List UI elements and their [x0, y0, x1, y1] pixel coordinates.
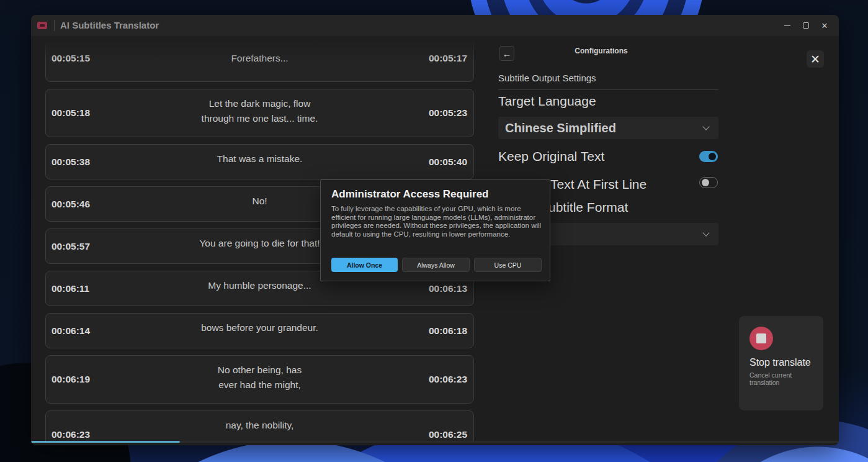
- config-panel-title: Configurations: [498, 47, 704, 55]
- subtitle-text: That was a mistake.: [103, 145, 416, 166]
- subtitle-text: Let the dark magic, flow through me one …: [103, 89, 416, 126]
- chevron-down-icon: [702, 123, 709, 130]
- subtitle-start-time: 00:05:18: [46, 107, 103, 119]
- subtitle-row[interactable]: 00:06:19No other being, has ever had the…: [45, 355, 474, 404]
- subtitle-row[interactable]: 00:05:18Let the dark magic, flow through…: [45, 89, 474, 137]
- minimize-button[interactable]: [778, 17, 797, 34]
- subtitle-end-time: 00:06:13: [416, 283, 473, 294]
- close-window-button[interactable]: ✕: [815, 17, 834, 34]
- subtitle-start-time: 00:06:11: [46, 283, 103, 294]
- dialog-body-text: To fully leverage the capabilities of yo…: [331, 205, 542, 238]
- subtitle-end-time: 00:05:17: [416, 53, 473, 64]
- subtitle-format-label: ubtitle Format: [548, 200, 628, 215]
- subtitle-text: bows before your grandeur.: [103, 314, 416, 335]
- app-title: AI Subtitles Translator: [60, 15, 159, 36]
- subtitle-text: No other being, has ever had the might,: [103, 356, 416, 392]
- dialog-button-row: Allow Once Always Allow Use CPU: [331, 258, 542, 272]
- panel-close-button[interactable]: ✕: [807, 50, 824, 68]
- subtitle-start-time: 00:05:38: [46, 156, 103, 168]
- subtitle-start-time: 00:06:19: [46, 374, 103, 385]
- stop-translate-card[interactable]: Stop translate Cancel current translatio…: [739, 316, 823, 410]
- subtitle-start-time: 00:05:57: [46, 241, 103, 252]
- subtitle-row[interactable]: 00:06:23nay, the nobility,00:06:25: [45, 410, 474, 441]
- always-allow-button[interactable]: Always Allow: [402, 258, 470, 272]
- subtitle-end-time: 00:05:40: [416, 156, 473, 168]
- maximize-button[interactable]: [797, 17, 815, 34]
- dialog-title: Administrator Access Required: [331, 188, 489, 201]
- target-language-select[interactable]: Chinese Simplified: [498, 117, 718, 139]
- target-language-label: Target Language: [498, 94, 596, 109]
- subtitle-text: Forefathers...: [103, 36, 416, 66]
- subtitle-row[interactable]: 00:06:14bows before your grandeur.00:06:…: [45, 313, 474, 348]
- subtitle-start-time: 00:06:23: [46, 429, 103, 440]
- minimize-icon: [784, 25, 790, 26]
- first-line-toggle[interactable]: [699, 177, 718, 188]
- app-logo-icon: [37, 22, 47, 29]
- subtitle-row[interactable]: 00:05:15Forefathers...00:05:17: [45, 36, 474, 82]
- close-icon: ✕: [810, 52, 820, 66]
- subtitle-start-time: 00:05:46: [46, 199, 103, 210]
- toggle-knob: [702, 179, 709, 186]
- section-label: Subtitle Output Settings: [498, 73, 596, 83]
- translation-progress-fill: [31, 441, 180, 443]
- titlebar-divider: [54, 20, 55, 31]
- subtitle-text: nay, the nobility,: [103, 411, 416, 433]
- keep-original-toggle[interactable]: [699, 151, 718, 162]
- subtitle-end-time: 00:06:25: [416, 429, 473, 440]
- toggle-knob: [709, 153, 716, 160]
- subtitle-start-time: 00:05:15: [46, 53, 103, 64]
- subtitle-row[interactable]: 00:05:38That was a mistake.00:05:40: [45, 144, 474, 179]
- subtitle-end-time: 00:05:23: [416, 107, 473, 119]
- chevron-down-icon: [702, 229, 709, 236]
- first-line-label: Text At First Line: [550, 177, 647, 192]
- stop-card-subtitle: Cancel current translation: [749, 371, 823, 386]
- subtitle-start-time: 00:06:14: [46, 325, 103, 337]
- use-cpu-button[interactable]: Use CPU: [474, 258, 542, 272]
- keep-original-label: Keep Original Text: [498, 149, 604, 164]
- allow-once-button[interactable]: Allow Once: [331, 258, 398, 272]
- subtitle-end-time: 00:06:23: [416, 374, 473, 385]
- subtitle-end-time: 00:06:18: [416, 325, 473, 337]
- app-window: AI Subtitles Translator ✕ 00:05:15Forefa…: [31, 15, 839, 445]
- stop-button[interactable]: [749, 327, 773, 350]
- stop-card-title: Stop translate: [749, 357, 811, 368]
- target-language-value: Chinese Simplified: [498, 121, 704, 135]
- admin-access-dialog: Administrator Access Required To fully l…: [320, 179, 550, 281]
- translation-progress-bar: [31, 441, 839, 443]
- desktop-wallpaper: AI Subtitles Translator ✕ 00:05:15Forefa…: [0, 0, 868, 462]
- section-divider: [498, 89, 718, 90]
- stop-icon: [756, 333, 766, 343]
- maximize-icon: [803, 22, 809, 29]
- window-controls: ✕: [778, 15, 834, 36]
- title-bar[interactable]: AI Subtitles Translator ✕: [31, 15, 839, 36]
